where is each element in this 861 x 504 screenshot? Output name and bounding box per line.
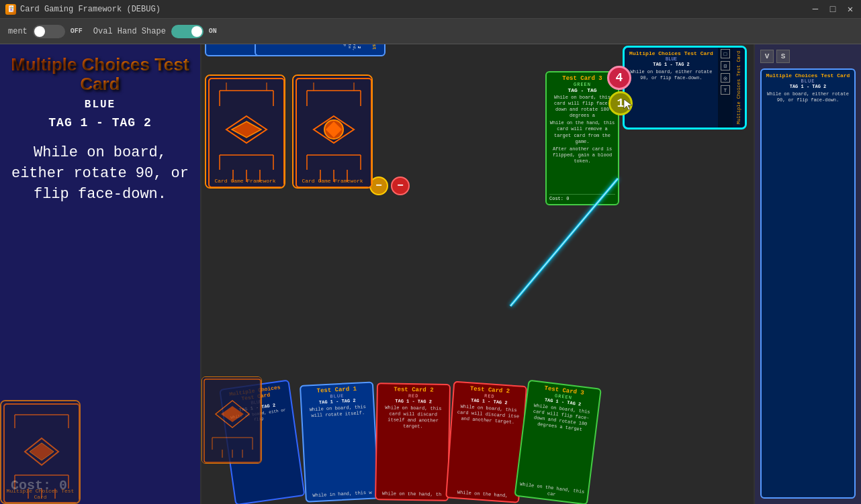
hand-card-3[interactable]: Test Card 3 GREEN TAG 1 - TAG 2 While on… [514,380,602,504]
right-panel-card: Multiple Choices Test Card BLUE TAG 1 - … [760,68,856,499]
right-panel-buttons: V S [760,50,856,63]
rp-tags: TAG 1 - TAG 2 [764,84,852,89]
selected-glow-card[interactable]: Multiple Choices Test Card BLUE TAG 1 - … [623,46,747,130]
card-icon-3[interactable]: ◎ [721,73,730,83]
toggle-ment-switch[interactable] [33,25,65,38]
minus-buttons: − − [369,177,410,195]
rp-title: Multiple Choices Test Card [764,72,852,79]
mini-corner-svg [202,377,262,464]
toggle-ment-label: ment [8,27,28,36]
hand-card-1[interactable]: Test Card 1 BLUE TAG 1 - TAG 2 While on … [300,381,379,503]
panel-title: Multiple Choices Test Card [11,55,189,93]
tc3-color: GREEN [549,82,615,87]
toggle-ment-state: OFF [71,28,83,35]
window-title: Card Gaming Framework (DEBUG) [20,5,161,14]
right-panel: V S Multiple Choices Test Card BLUE TAG … [754,44,861,504]
toggle-group-ment: ment OFF [8,25,83,38]
toggle-oval-label: Oval Hand Shape [93,27,166,36]
facedown-card-2[interactable]: Card Game Framework [292,74,373,189]
panel-body: While on board, either rotate 90, or fli… [11,143,189,205]
hand-card-2a[interactable]: Test Card 2 RED TAG 1 - TAG 2 While on b… [375,383,451,501]
token-1: 1 [608,91,633,115]
test-card-3[interactable]: 4 1 Test Card 3 GREEN TAG - TAG While on… [545,71,619,205]
token-4: 4 [607,66,631,90]
rotated-card-2[interactable]: Multiple Choices Test Card BLUE TAG 1 - … [255,44,386,56]
card-icon-4[interactable]: T [721,85,730,95]
card-side-label: Multiple Choices Test Card [733,48,745,128]
facedown-svg-2 [293,76,373,189]
tc3-title: Test Card 3 [549,75,615,82]
game-board: Multiple Choices Test Card BLUE TAG 1 - … [201,44,754,504]
tc3-line1: While on board, this card will flip face… [549,95,615,119]
minimize-button[interactable]: ─ [810,4,821,15]
card-icon-2[interactable]: ⊡ [721,61,730,70]
card-back-label-left: Multiple Choices Test Card [1,488,79,500]
panel-tags: TAG 1 - TAG 2 [11,116,189,130]
mini-facedown-corner [201,376,262,464]
and-another-text: and another [461,416,492,423]
toggle-group-oval: Oval Hand Shape ON [93,25,217,38]
card-icon-1[interactable]: □ [721,49,730,58]
facedown-1-label: Card Game Framework [206,178,284,184]
rp-body: While on board, either rotate 90, or fli… [764,91,852,103]
tc3-tags: TAG - TAG [549,87,615,93]
mini-card-left: Multiple Choices Test Card [0,397,107,504]
facedown-2-label: Card Game Framework [293,178,371,184]
title-bar: 🃏 Card Gaming Framework (DEBUG) ─ □ ✕ [0,0,861,19]
tc3-line2: While on the hand, this card will remove… [549,120,615,144]
minus-btn-2[interactable]: − [391,177,410,195]
window-controls: ─ □ ✕ [810,4,856,15]
toggle-oval-switch[interactable] [171,25,203,38]
toolbar: ment OFF Oval Hand Shape ON [0,19,861,44]
s-button[interactable]: S [776,50,790,63]
v-button[interactable]: V [760,50,774,63]
toggle-oval-state: ON [209,28,217,35]
facedown-card-1[interactable]: Card Game Framework [205,74,285,189]
app-icon: 🃏 [5,4,16,15]
toggle-oval-knob [191,26,202,37]
toggle-knob [34,26,45,37]
left-panel: Multiple Choices Test Card BLUE TAG 1 - … [0,44,201,504]
panel-color: BLUE [11,99,189,111]
hand-area: Multiple Choices Test Card BLUE TAG 1 - … [201,380,754,504]
main-area: Multiple Choices Test Card BLUE TAG 1 - … [0,44,861,504]
facedown-svg-1 [206,76,285,189]
tc3-cost: Cost: 0 [549,194,615,201]
maximize-button[interactable]: □ [827,4,838,15]
tc3-line3: After another card is flipped, gain a bl… [549,146,615,194]
close-button[interactable]: ✕ [845,4,856,15]
rp-color: BLUE [764,79,852,84]
